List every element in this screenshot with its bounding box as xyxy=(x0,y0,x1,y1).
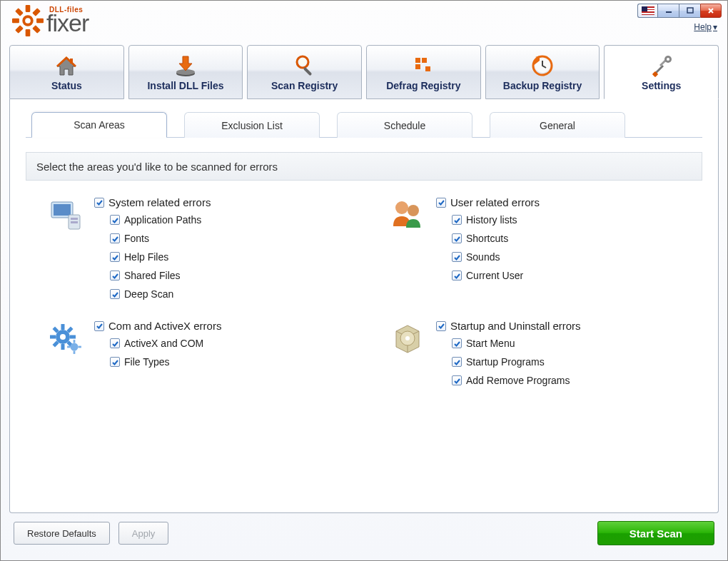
subtab-general[interactable]: General xyxy=(490,112,625,138)
svg-rect-30 xyxy=(71,218,78,220)
item-label: Shortcuts xyxy=(466,233,508,244)
svg-point-33 xyxy=(408,205,419,216)
us-flag-icon xyxy=(642,6,654,15)
svg-rect-37 xyxy=(50,335,56,339)
checkbox-file-types[interactable] xyxy=(110,357,120,367)
instruction-text: Select the areas you'd like to be scanne… xyxy=(36,161,278,173)
language-flag-button[interactable] xyxy=(637,4,657,18)
start-scan-button[interactable]: Start Scan xyxy=(597,521,714,545)
restore-defaults-label: Restore Defaults xyxy=(27,528,96,539)
subtab-exclusion-list-label: Exclusion List xyxy=(221,120,283,131)
group-user-title: User related errors xyxy=(450,196,540,208)
chevron-down-icon: ▾ xyxy=(713,22,717,32)
item-label: Sounds xyxy=(466,251,500,263)
svg-rect-48 xyxy=(79,346,81,348)
tab-install-dll-label: Install DLL Files xyxy=(147,80,223,91)
item-label: Start Menu xyxy=(466,338,515,349)
checkbox-startup-programs[interactable] xyxy=(452,357,462,367)
close-button[interactable] xyxy=(700,4,722,18)
group-startup: Startup and Uninstall errors Start Menu … xyxy=(389,320,688,386)
svg-rect-4 xyxy=(36,19,44,24)
tab-backup-registry[interactable]: Backup Registry xyxy=(485,45,600,99)
item-label: Deep Scan xyxy=(124,288,173,300)
checkbox-start-menu[interactable] xyxy=(452,338,462,348)
help-link[interactable]: Help▾ xyxy=(694,22,717,32)
checkbox-user[interactable] xyxy=(436,198,446,208)
minimize-icon xyxy=(665,7,672,14)
home-icon xyxy=(54,54,79,78)
svg-rect-10 xyxy=(666,11,672,13)
tab-defrag-registry-label: Defrag Registry xyxy=(386,80,460,91)
tab-scan-registry[interactable]: Scan Registry xyxy=(247,45,362,99)
tab-backup-registry-label: Backup Registry xyxy=(503,80,582,91)
scan-groups: System related errors Application Paths … xyxy=(26,181,702,393)
item-label: Fonts xyxy=(124,233,149,244)
item-label: Shared Files xyxy=(124,270,181,281)
checkbox-add-remove[interactable] xyxy=(452,375,462,385)
checkbox-sounds[interactable] xyxy=(452,252,462,262)
svg-point-44 xyxy=(71,343,79,351)
item-label: History lists xyxy=(466,214,517,226)
subtab-schedule[interactable]: Schedule xyxy=(337,112,472,138)
svg-point-26 xyxy=(667,58,669,61)
svg-rect-8 xyxy=(32,25,41,34)
group-com: Com and ActiveX errors ActiveX and COM F… xyxy=(47,320,346,386)
checkbox-deep-scan[interactable] xyxy=(110,289,120,299)
users-icon xyxy=(389,196,426,233)
computer-icon xyxy=(47,196,84,233)
tools-icon xyxy=(649,54,674,78)
subtab-scan-areas[interactable]: Scan Areas xyxy=(31,112,167,138)
subtabs: Scan Areas Exclusion List Schedule Gener… xyxy=(26,112,702,138)
group-system: System related errors Application Paths … xyxy=(47,196,346,300)
minimize-button[interactable] xyxy=(657,4,679,18)
cog-icon xyxy=(47,320,84,357)
subtab-general-label: General xyxy=(540,120,575,131)
restore-defaults-button[interactable]: Restore Defaults xyxy=(14,522,110,545)
tab-defrag-registry[interactable]: Defrag Registry xyxy=(366,45,481,99)
item-label: ActiveX and COM xyxy=(124,338,203,349)
tab-settings[interactable]: Settings xyxy=(604,45,719,99)
checkbox-com[interactable] xyxy=(94,321,104,331)
instruction-banner: Select the areas you'd like to be scanne… xyxy=(26,152,702,181)
tab-scan-registry-label: Scan Registry xyxy=(271,80,338,91)
footer: Restore Defaults Apply Start Scan xyxy=(9,513,719,553)
svg-rect-19 xyxy=(422,58,427,63)
checkbox-fonts[interactable] xyxy=(110,233,120,243)
checkbox-shared-files[interactable] xyxy=(110,271,120,280)
apply-button[interactable]: Apply xyxy=(118,522,169,545)
svg-rect-47 xyxy=(67,346,70,348)
checkbox-application-paths[interactable] xyxy=(110,215,120,225)
checkbox-history-lists[interactable] xyxy=(452,215,462,225)
maximize-button[interactable] xyxy=(679,4,700,18)
group-startup-title: Startup and Uninstall errors xyxy=(450,320,581,332)
checkbox-startup[interactable] xyxy=(436,321,446,331)
titlebar: DLL-files fixer Help▾ xyxy=(1,1,727,45)
app-window: DLL-files fixer Help▾ Status Install DLL… xyxy=(0,0,728,561)
svg-rect-3 xyxy=(12,19,19,24)
svg-point-9 xyxy=(25,18,31,24)
defrag-icon xyxy=(411,54,435,78)
window-controls: Help▾ xyxy=(637,4,722,32)
item-label: Help Files xyxy=(124,251,168,263)
svg-rect-11 xyxy=(687,8,693,13)
svg-rect-20 xyxy=(415,64,420,69)
svg-rect-1 xyxy=(26,5,31,12)
item-label: Startup Programs xyxy=(466,356,545,368)
checkbox-current-user[interactable] xyxy=(452,271,462,280)
tab-install-dll[interactable]: Install DLL Files xyxy=(128,45,243,99)
checkbox-activex-com[interactable] xyxy=(110,338,120,348)
svg-rect-2 xyxy=(26,29,31,36)
group-com-title: Com and ActiveX errors xyxy=(108,320,221,332)
checkbox-help-files[interactable] xyxy=(110,252,120,262)
subtab-schedule-label: Schedule xyxy=(384,120,425,131)
checkbox-system[interactable] xyxy=(94,198,104,208)
svg-point-16 xyxy=(299,59,306,66)
group-system-title: System related errors xyxy=(108,196,211,208)
subtab-exclusion-list[interactable]: Exclusion List xyxy=(184,112,320,138)
tab-status[interactable]: Status xyxy=(9,45,124,99)
svg-point-43 xyxy=(60,334,66,340)
item-label: Current User xyxy=(466,270,523,281)
checkbox-shortcuts[interactable] xyxy=(452,233,462,243)
svg-rect-5 xyxy=(32,8,41,16)
item-label: Add Remove Programs xyxy=(466,375,570,386)
